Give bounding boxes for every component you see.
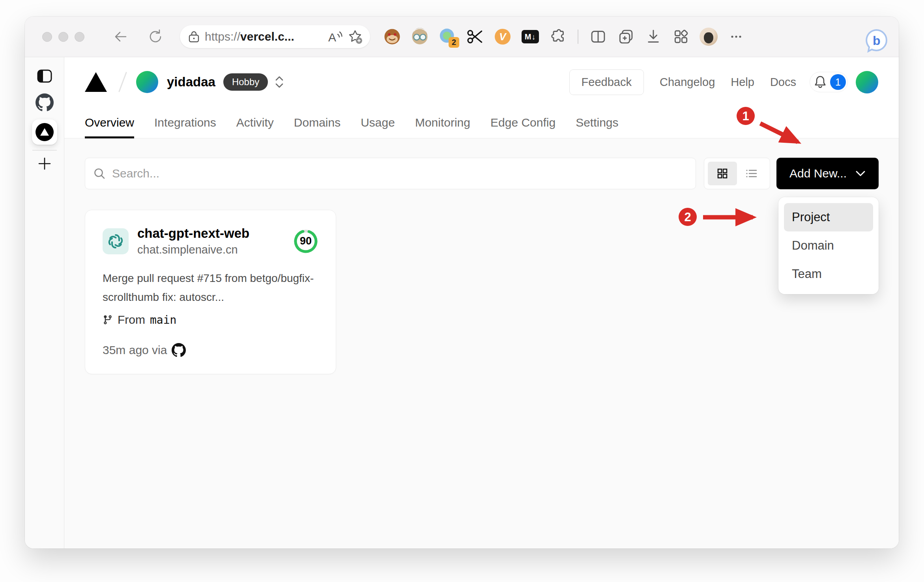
granny-face-icon xyxy=(411,28,428,45)
vercel-logo-icon[interactable] xyxy=(85,72,107,92)
tab-edge-config[interactable]: Edge Config xyxy=(490,107,556,138)
git-branch-icon xyxy=(103,314,113,326)
split-screen-icon xyxy=(589,28,607,45)
rail-divider xyxy=(32,150,57,151)
browser-profile-avatar xyxy=(700,28,718,46)
bell-icon xyxy=(814,75,827,89)
vercel-triangle-icon xyxy=(40,128,49,136)
collections-button[interactable] xyxy=(615,26,636,47)
project-card[interactable]: chat-gpt-next-web chat.simplenaive.cn 90… xyxy=(85,210,336,374)
team-switcher-chevrons-icon[interactable] xyxy=(274,75,284,89)
tab-integrations[interactable]: Integrations xyxy=(154,107,216,138)
help-link[interactable]: Help xyxy=(731,76,754,89)
add-new-button[interactable]: Add New... xyxy=(776,158,879,189)
scissors-icon xyxy=(466,28,484,46)
add-new-label: Add New... xyxy=(789,167,847,180)
sidebar-item-vercel-active[interactable] xyxy=(32,119,57,145)
notification-count-badge: 1 xyxy=(830,74,846,90)
chevron-down-icon xyxy=(855,170,866,177)
github-source-icon xyxy=(172,343,186,357)
team-name[interactable]: yidadaa xyxy=(167,75,215,90)
browser-titlebar: https://vercel.c... A xyxy=(25,17,899,57)
settings-more-button[interactable] xyxy=(726,26,746,47)
tab-monitoring[interactable]: Monitoring xyxy=(415,107,470,138)
list-view-button[interactable] xyxy=(737,162,766,185)
search-input[interactable] xyxy=(112,167,688,180)
download-icon xyxy=(645,28,662,45)
plus-icon xyxy=(36,155,53,172)
grid-view-icon xyxy=(716,167,729,180)
openai-logo-icon xyxy=(107,232,125,250)
feedback-button[interactable]: Feedback xyxy=(569,69,644,95)
menu-item-team[interactable]: Team xyxy=(784,260,873,288)
lock-icon xyxy=(189,31,199,43)
view-toggle xyxy=(704,158,770,189)
tab-usage[interactable]: Usage xyxy=(361,107,395,138)
add-favorite-star-icon[interactable] xyxy=(347,29,363,45)
proxy-extension-icon[interactable]: 2 xyxy=(437,26,458,47)
toolbar-divider xyxy=(578,30,578,44)
url-host: vercel.c... xyxy=(240,30,294,43)
tab-settings[interactable]: Settings xyxy=(576,107,618,138)
tampermonkey-extension-icon[interactable] xyxy=(382,26,402,47)
team-avatar[interactable] xyxy=(136,71,158,93)
browser-window: https://vercel.c... A xyxy=(25,17,899,548)
project-name[interactable]: chat-gpt-next-web xyxy=(137,226,249,241)
monkey-icon xyxy=(383,28,401,45)
vimium-extension-icon[interactable]: V xyxy=(492,26,513,47)
plan-badge: Hobby xyxy=(223,73,268,91)
docs-link[interactable]: Docs xyxy=(770,76,796,89)
downloads-button[interactable] xyxy=(643,26,664,47)
branch-from-label: From xyxy=(118,313,145,326)
tab-domains[interactable]: Domains xyxy=(294,107,340,138)
project-domain[interactable]: chat.simplenaive.cn xyxy=(137,243,249,256)
vercel-dashboard-page: yidadaa Hobby Feedback Changelog Help Do… xyxy=(64,57,899,548)
branch-name[interactable]: main xyxy=(150,313,176,326)
traffic-light-minimize-button[interactable] xyxy=(58,32,68,42)
back-button[interactable] xyxy=(113,29,129,45)
url-protocol: https:// xyxy=(205,30,240,43)
ellipsis-icon xyxy=(728,29,744,45)
github-icon xyxy=(36,93,54,112)
menu-item-project[interactable]: Project xyxy=(784,203,873,231)
add-new-dropdown-menu: Project Domain Team xyxy=(778,197,879,294)
deploy-time: 35m ago via xyxy=(103,343,167,357)
notifications-button[interactable]: 1 xyxy=(810,72,848,92)
url-text: https://vercel.c... xyxy=(205,30,294,43)
panel-icon xyxy=(36,68,53,84)
screenshot-extension-icon[interactable] xyxy=(465,26,485,47)
tab-activity[interactable]: Activity xyxy=(236,107,274,138)
search-box[interactable] xyxy=(85,158,696,189)
refresh-button[interactable] xyxy=(148,29,163,45)
add-workspace-button[interactable] xyxy=(36,155,53,172)
apps-grid-icon xyxy=(672,28,690,45)
traffic-light-zoom-button[interactable] xyxy=(75,32,84,42)
user-avatar[interactable] xyxy=(856,71,878,93)
extension-toolbar: 2 V M↓ xyxy=(382,26,746,47)
menu-item-domain[interactable]: Domain xyxy=(784,231,873,260)
commit-message[interactable]: Merge pull request #715 from betgo/bugfi… xyxy=(103,269,318,307)
sidebar-item-github[interactable] xyxy=(36,93,54,112)
grid-view-button[interactable] xyxy=(708,162,737,185)
search-icon xyxy=(93,167,106,180)
list-view-icon xyxy=(745,167,758,180)
read-aloud-icon[interactable]: A xyxy=(327,30,342,44)
svg-text:A: A xyxy=(328,31,336,44)
breadcrumb-slash xyxy=(114,71,131,93)
address-bar[interactable]: https://vercel.c... A xyxy=(180,25,370,48)
split-screen-button[interactable] xyxy=(588,26,608,47)
score-value: 90 xyxy=(293,229,318,254)
changelog-link[interactable]: Changelog xyxy=(660,76,715,89)
browser-profile-button[interactable] xyxy=(698,26,719,47)
dashboard-tabs: Overview Integrations Activity Domains U… xyxy=(64,107,899,138)
apps-button[interactable] xyxy=(671,26,691,47)
tab-overview[interactable]: Overview xyxy=(85,107,134,138)
avatar-extension-icon[interactable] xyxy=(410,26,430,47)
bing-icon: b xyxy=(863,28,889,54)
overview-content: Add New... xyxy=(64,138,899,548)
sidebar-toggle-button[interactable] xyxy=(36,68,53,84)
markdown-download-extension-icon[interactable]: M↓ xyxy=(520,26,541,47)
extensions-menu-button[interactable] xyxy=(548,26,568,47)
bing-chat-button[interactable]: b xyxy=(863,28,889,54)
traffic-light-close-button[interactable] xyxy=(42,32,52,42)
